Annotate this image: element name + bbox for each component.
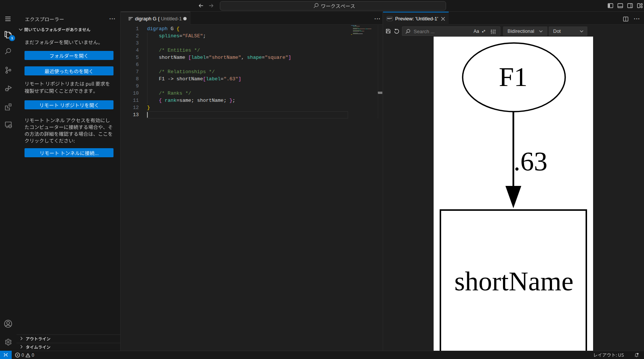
svg-text:shortName: shortName xyxy=(454,266,573,296)
svg-text:F1: F1 xyxy=(499,62,527,92)
svg-text:.63: .63 xyxy=(514,146,547,176)
